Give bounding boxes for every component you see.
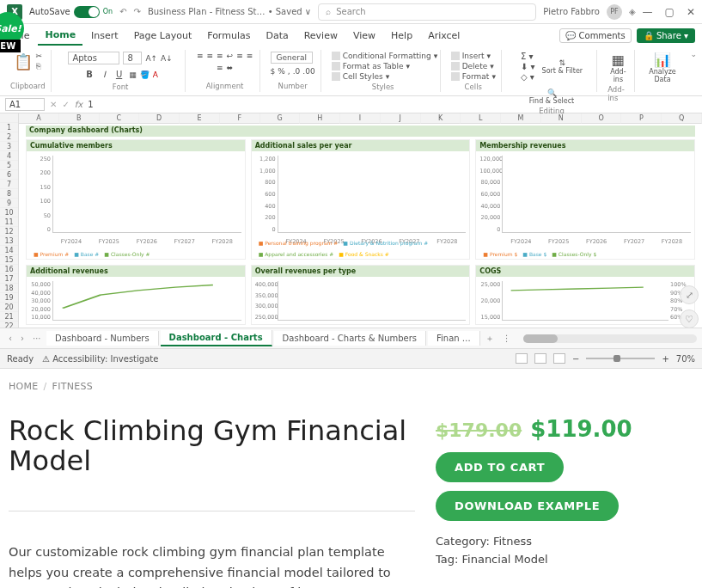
horizontal-scrollbar[interactable]: [523, 334, 697, 343]
align-left-icon[interactable]: ≡: [236, 52, 243, 60]
conditional-formatting-button[interactable]: Conditional Formatting ▾: [332, 52, 438, 60]
fill-icon[interactable]: ⬇ ▾: [521, 62, 535, 71]
border-icon[interactable]: ▦: [129, 70, 137, 79]
align-top-icon[interactable]: ≡: [197, 52, 204, 60]
italic-button[interactable]: I: [100, 68, 109, 81]
status-ready: Ready: [7, 354, 34, 364]
format-as-table-button[interactable]: Format as Table ▾: [332, 62, 410, 70]
tab-data[interactable]: Data: [259, 27, 295, 45]
cells-insert-button[interactable]: Insert ▾: [451, 52, 491, 60]
autosum-icon[interactable]: Σ ▾: [521, 52, 535, 61]
name-box[interactable]: A1: [5, 98, 45, 111]
wrap-text-icon[interactable]: ↩: [227, 52, 234, 60]
sheet-nav-more-icon[interactable]: ⋯: [29, 334, 45, 343]
document-filename[interactable]: Business Plan - Fitness St… • Saved ∨: [148, 7, 311, 16]
tab-review[interactable]: Review: [297, 27, 345, 45]
add-to-cart-button[interactable]: ADD TO CART: [436, 452, 564, 482]
fx-icon[interactable]: fx: [75, 100, 82, 109]
align-mid-icon[interactable]: ≡: [206, 52, 213, 60]
tag-link[interactable]: Financial Model: [462, 553, 548, 566]
view-page-break-icon[interactable]: [553, 353, 565, 364]
chart-cumulative-members: Cumulative members 250200150100500 FY202…: [26, 139, 246, 260]
align-right-icon[interactable]: ≡: [217, 64, 223, 72]
cell-styles-button[interactable]: Cell Styles ▾: [332, 72, 390, 81]
autosave-toggle[interactable]: AutoSave On: [29, 6, 113, 18]
sheet-nav-prev-icon[interactable]: ‹: [5, 334, 15, 343]
align-bot-icon[interactable]: ≡: [217, 52, 223, 60]
user-avatar[interactable]: PF: [607, 4, 622, 20]
column-headers[interactable]: ABCDEFGHIJKLMNOPQ: [19, 113, 702, 124]
download-example-button[interactable]: DOWNLOAD EXAMPLE: [436, 491, 619, 521]
currency-icon[interactable]: $: [271, 67, 276, 76]
undo-icon[interactable]: ↶: [119, 7, 126, 16]
toggle-on-icon[interactable]: [74, 6, 100, 18]
diamond-icon[interactable]: ◈: [629, 7, 636, 16]
tab-arixcel[interactable]: Arixcel: [421, 27, 467, 45]
tab-formulas[interactable]: Formulas: [200, 27, 257, 45]
clear-icon[interactable]: ◇ ▾: [521, 72, 535, 82]
view-normal-icon[interactable]: [516, 353, 528, 364]
copy-icon[interactable]: ⎘: [36, 62, 43, 70]
decrease-font-icon[interactable]: A↓: [161, 54, 173, 63]
ribbon-group-font: Aptos 8 A↑ A↓ B I U ▦ 🪣 A Font: [57, 50, 186, 92]
comma-icon[interactable]: ,: [288, 67, 290, 76]
zoom-in-icon[interactable]: +: [662, 354, 668, 364]
fill-color-icon[interactable]: 🪣: [140, 70, 150, 79]
dec-inc-icon[interactable]: .0: [293, 67, 301, 76]
bold-button[interactable]: B: [82, 68, 96, 81]
increase-font-icon[interactable]: A↑: [145, 54, 157, 63]
user-name[interactable]: Pietro Fabbro: [543, 7, 600, 16]
sheet-menu-icon[interactable]: ⋮: [499, 334, 515, 343]
expand-icon[interactable]: ⤢: [680, 285, 699, 304]
sheet-tab[interactable]: Dashboard - Charts: [161, 330, 272, 346]
cells-delete-button[interactable]: Delete ▾: [451, 62, 494, 70]
align-center-icon[interactable]: ≡: [247, 52, 253, 60]
percent-icon[interactable]: %: [278, 67, 285, 76]
font-size-select[interactable]: 8: [123, 52, 142, 64]
dec-dec-icon[interactable]: .00: [302, 67, 314, 76]
font-name-select[interactable]: Aptos: [68, 52, 119, 64]
breadcrumb-home[interactable]: HOME: [9, 381, 39, 392]
zoom-out-icon[interactable]: −: [572, 354, 579, 364]
font-color-icon[interactable]: A: [153, 70, 158, 79]
tab-help[interactable]: Help: [384, 27, 419, 45]
tab-insert[interactable]: Insert: [84, 27, 125, 45]
accept-formula-icon[interactable]: ✓: [62, 100, 69, 109]
zoom-slider[interactable]: [586, 358, 655, 359]
sheet-tab[interactable]: Dashboard - Charts & Numbers: [274, 331, 426, 346]
minimize-icon[interactable]: —: [643, 6, 653, 18]
share-button[interactable]: 🔒 Share ▾: [637, 28, 695, 43]
tab-home[interactable]: Home: [38, 26, 82, 46]
breadcrumb-category[interactable]: FITNESS: [52, 381, 94, 392]
sheet-tab[interactable]: Dashboard - Numbers: [46, 331, 159, 346]
find-select-button[interactable]: 🔍 Find & Select: [529, 89, 574, 105]
zoom-level[interactable]: 70%: [676, 354, 695, 364]
view-page-layout-icon[interactable]: [534, 353, 546, 364]
close-icon[interactable]: ✕: [687, 6, 695, 18]
maximize-icon[interactable]: ▢: [665, 6, 675, 18]
category-link[interactable]: Fitness: [493, 535, 532, 548]
ribbon-collapse-icon[interactable]: ⌄: [690, 50, 697, 58]
cells-format-button[interactable]: Format ▾: [451, 72, 496, 81]
search-box[interactable]: ⌕ Search: [318, 3, 536, 21]
merge-icon[interactable]: ⬌: [227, 64, 234, 72]
formula-value[interactable]: 1: [88, 100, 93, 109]
accessibility-status[interactable]: ⚠ Accessibility: Investigate: [42, 354, 158, 364]
underline-button[interactable]: U: [113, 68, 125, 81]
comments-button[interactable]: 💬 Comments: [559, 28, 631, 43]
redo-icon[interactable]: ↷: [134, 7, 141, 16]
number-format-select[interactable]: General: [271, 52, 313, 64]
sheet-nav-next-icon[interactable]: ›: [17, 334, 27, 343]
cancel-formula-icon[interactable]: ✕: [50, 100, 57, 109]
analyze-data-button[interactable]: 📊 Analyze Data: [645, 52, 681, 83]
cut-icon[interactable]: ✂: [36, 52, 43, 60]
add-sheet-icon[interactable]: ＋: [482, 333, 498, 345]
sort-filter-button[interactable]: ⇅ Sort & Filter: [542, 58, 583, 75]
heart-icon[interactable]: ♡: [680, 309, 699, 328]
tab-page-layout[interactable]: Page Layout: [127, 27, 199, 45]
tab-view[interactable]: View: [346, 27, 382, 45]
sheet-tab[interactable]: Finan …: [428, 331, 480, 346]
row-headers[interactable]: 12345678910111213141516171819202122: [0, 113, 19, 328]
addins-button[interactable]: ▦ Add-ins: [607, 52, 628, 83]
sheet-canvas[interactable]: ABCDEFGHIJKLMNOPQ Company dashboard (Cha…: [19, 113, 702, 328]
